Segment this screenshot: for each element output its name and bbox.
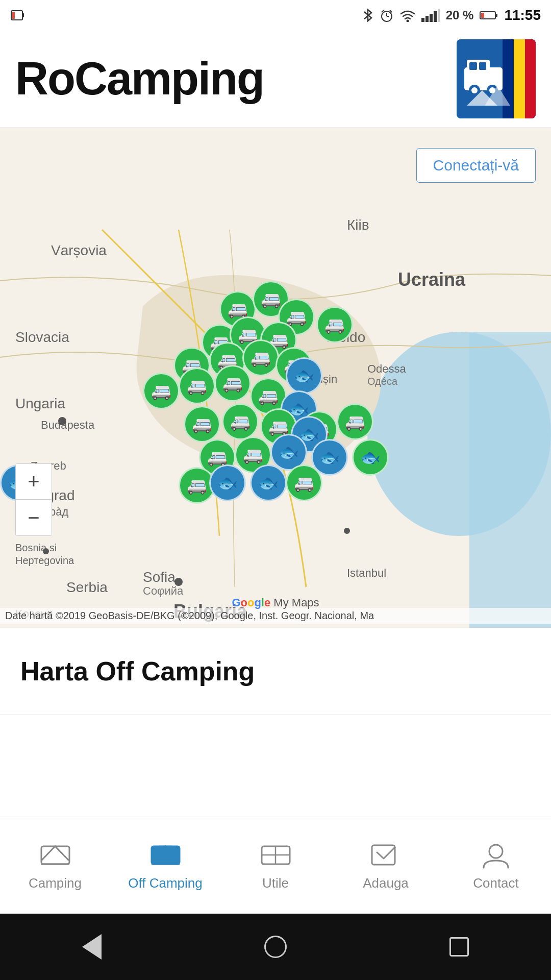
svg-point-8 bbox=[406, 20, 409, 22]
map-marker-green[interactable]: 🚐 bbox=[179, 368, 215, 404]
status-right: 20 % 11:55 bbox=[362, 7, 541, 23]
zoom-controls: + − bbox=[15, 463, 52, 536]
map-marker-green[interactable]: 🐟 bbox=[352, 439, 389, 476]
utile-icon bbox=[258, 840, 293, 870]
svg-point-61 bbox=[43, 548, 49, 554]
svg-point-58 bbox=[58, 417, 66, 425]
map-marker-blue[interactable]: 🐟 bbox=[250, 464, 287, 501]
svg-rect-2 bbox=[12, 12, 15, 19]
battery-icon bbox=[480, 10, 498, 20]
svg-point-60 bbox=[344, 528, 350, 534]
nav-item-contact[interactable]: Contact bbox=[441, 840, 551, 891]
nav-label-off-camping: Off Camping bbox=[128, 875, 202, 891]
home-button[interactable] bbox=[258, 929, 293, 965]
contact-icon bbox=[478, 840, 514, 870]
alarm-icon bbox=[380, 8, 394, 22]
connect-button[interactable]: Conectați-vă bbox=[416, 148, 536, 183]
svg-text:Ucraina: Ucraina bbox=[398, 269, 466, 290]
svg-rect-33 bbox=[469, 332, 551, 628]
wifi-icon bbox=[400, 9, 415, 22]
off-camping-icon bbox=[147, 840, 183, 870]
map-marker-green[interactable]: 🚐 bbox=[143, 373, 180, 409]
svg-rect-20 bbox=[525, 39, 536, 118]
map-marker-green[interactable]: 🚐 bbox=[286, 464, 322, 501]
svg-text:Соφийа: Соφийа bbox=[143, 584, 184, 597]
map-marker-green[interactable]: 🚐 bbox=[222, 403, 259, 440]
svg-text:Кiiв: Кiiв bbox=[347, 217, 369, 233]
svg-text:Odessa: Odessa bbox=[367, 362, 407, 375]
map-container[interactable]: Vаrșovia Кiiв Ucraina Slovacia Ungaria M… bbox=[0, 128, 551, 628]
app-header: RoCamping bbox=[0, 31, 551, 128]
svg-rect-13 bbox=[438, 9, 440, 22]
svg-rect-12 bbox=[434, 11, 437, 22]
map-marker-blue[interactable]: 🐟 bbox=[286, 357, 322, 394]
camping-icon bbox=[37, 840, 73, 870]
map-brand: Google My Maps bbox=[232, 596, 319, 609]
map-marker-green[interactable]: 🚐 bbox=[242, 339, 279, 376]
battery-percent: 20 % bbox=[446, 8, 474, 22]
svg-rect-24 bbox=[479, 62, 486, 70]
bottom-nav: Camping Off Camping Utile bbox=[0, 817, 551, 914]
svg-rect-1 bbox=[22, 13, 24, 17]
nav-label-camping: Camping bbox=[29, 875, 82, 891]
svg-point-26 bbox=[471, 87, 478, 93]
map-copyright: Date hartă ©2019 GeoBasis-DE/BKG (©2009)… bbox=[0, 608, 551, 624]
android-nav-bar bbox=[0, 914, 551, 980]
nav-label-utile: Utile bbox=[262, 875, 289, 891]
back-button[interactable] bbox=[74, 929, 110, 965]
svg-text:Sofia: Sofia bbox=[143, 569, 176, 585]
bluetooth-icon bbox=[362, 8, 373, 23]
svg-text:Hертеgovina: Hертеgovina bbox=[15, 555, 74, 566]
svg-rect-10 bbox=[425, 16, 429, 22]
svg-rect-70 bbox=[372, 845, 395, 865]
svg-point-71 bbox=[489, 845, 503, 858]
svg-text:Bosnia si: Bosnia si bbox=[15, 542, 57, 553]
svg-text:Одéса: Одéса bbox=[367, 376, 398, 387]
svg-point-59 bbox=[174, 578, 183, 586]
zoom-out-button[interactable]: − bbox=[16, 500, 52, 535]
svg-text:Budapesta: Budapesta bbox=[41, 419, 95, 431]
battery-status-icon bbox=[10, 8, 24, 23]
status-left bbox=[10, 8, 24, 23]
svg-rect-15 bbox=[495, 14, 497, 17]
nav-item-off-camping[interactable]: Off Camping bbox=[110, 840, 220, 891]
svg-text:Vаrșovia: Vаrșovia bbox=[51, 242, 107, 258]
section-title: Harta Off Camping bbox=[20, 656, 255, 687]
recents-button[interactable] bbox=[441, 929, 477, 965]
time-display: 11:55 bbox=[504, 7, 541, 23]
app-title: RoCamping bbox=[15, 53, 264, 105]
svg-text:Serbia: Serbia bbox=[66, 579, 108, 595]
nav-item-adauga[interactable]: Adauga bbox=[331, 840, 441, 891]
svg-rect-19 bbox=[514, 39, 525, 118]
svg-text:Istanbul: Istanbul bbox=[347, 567, 386, 579]
svg-rect-16 bbox=[481, 13, 484, 18]
status-bar: 20 % 11:55 bbox=[0, 0, 551, 31]
map-marker-green[interactable]: 🚐 bbox=[316, 306, 353, 343]
nav-label-contact: Contact bbox=[473, 875, 519, 891]
map-marker-blue[interactable]: 🐟 bbox=[209, 464, 246, 501]
logo-svg bbox=[457, 39, 536, 118]
map-marker-green[interactable]: 🚐 bbox=[337, 403, 373, 440]
app-logo bbox=[457, 39, 536, 118]
svg-text:Ungaria: Ungaria bbox=[15, 396, 65, 411]
svg-rect-9 bbox=[421, 18, 424, 22]
svg-rect-23 bbox=[469, 62, 477, 70]
nav-item-camping[interactable]: Camping bbox=[0, 840, 110, 891]
below-map-section: Harta Off Camping bbox=[0, 628, 551, 715]
adauga-icon bbox=[368, 840, 404, 870]
svg-text:Slovacia: Slovacia bbox=[15, 329, 69, 345]
zoom-in-button[interactable]: + bbox=[16, 464, 52, 500]
map-marker-green[interactable]: 🚐 bbox=[184, 406, 220, 443]
nav-item-utile[interactable]: Utile bbox=[220, 840, 331, 891]
signal-icon bbox=[421, 9, 440, 22]
map-background: Vаrșovia Кiiв Ucraina Slovacia Ungaria M… bbox=[0, 128, 551, 628]
map-marker-green[interactable]: 🚐 bbox=[214, 365, 251, 402]
svg-rect-18 bbox=[503, 39, 514, 118]
svg-rect-11 bbox=[430, 14, 433, 22]
nav-label-adauga: Adauga bbox=[363, 875, 409, 891]
